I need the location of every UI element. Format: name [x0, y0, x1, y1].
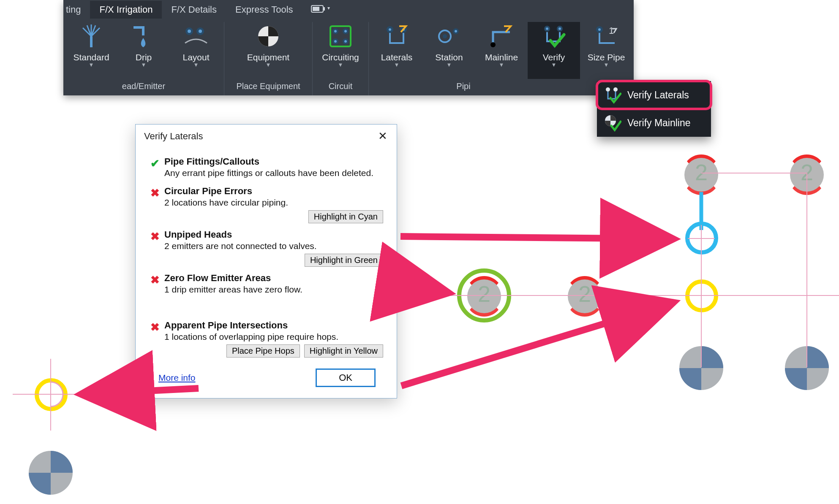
svg-point-7 [188, 30, 191, 33]
highlight-green-button[interactable]: Highlight in Green [305, 254, 383, 267]
head-node: 2 [678, 149, 725, 196]
panel-label-circuit: Circuit [329, 79, 353, 95]
ribbon-btn-label: Station [435, 52, 463, 62]
ribbon-btn-label: Size Pipe [588, 52, 625, 62]
ribbon-btn-circuiting[interactable]: Circuiting ▼ [314, 22, 367, 79]
yellow-highlight-ring [685, 279, 718, 312]
svg-text:1: 1 [609, 25, 614, 36]
svg-point-32 [558, 27, 561, 30]
flyout-verify-mainline[interactable]: Verify Mainline [597, 109, 711, 137]
error-icon: ✖ [146, 273, 164, 295]
ribbon-btn-standard[interactable]: Standard ▼ [65, 22, 117, 79]
valve-symbol [678, 344, 725, 392]
svg-point-30 [546, 27, 548, 30]
svg-line-59 [400, 236, 674, 239]
ribbon-btn-label: Equipment [247, 52, 289, 62]
chevron-down-icon: ▼ [394, 62, 400, 68]
section-heading-circular: Circular Pipe Errors [164, 186, 387, 197]
chevron-down-icon: ▼ [141, 62, 147, 68]
dialog-title-text: Verify Laterals [144, 131, 203, 142]
ribbon-btn-label: Layout [183, 52, 209, 62]
battery-icon: ▾ [308, 3, 333, 16]
chevron-down-icon: ▼ [266, 62, 271, 68]
ribbon-tabs: ting F/X Irrigation F/X Details Express … [63, 0, 634, 19]
section-heading-unpiped: Unpiped Heads [164, 229, 387, 240]
section-heading-zeroflow: Zero Flow Emitter Areas [164, 273, 387, 284]
verify-flyout: Verify Laterals Verify Mainline [597, 81, 711, 137]
highlight-yellow-button[interactable]: Highlight in Yellow [304, 344, 383, 358]
place-pipe-hops-button[interactable]: Place Pipe Hops [226, 344, 300, 358]
flyout-label: Verify Laterals [627, 89, 689, 101]
ribbon-btn-equipment[interactable]: Equipment ▼ [226, 22, 311, 79]
ok-button[interactable]: OK [316, 369, 376, 387]
svg-point-9 [199, 30, 202, 33]
svg-point-36 [606, 87, 610, 92]
dialog-close-button[interactable]: ✕ [376, 130, 390, 143]
valve-symbol [27, 449, 74, 496]
verify-mainline-icon [604, 114, 621, 132]
svg-rect-5 [142, 26, 144, 35]
size-pipe-icon: 1 [594, 24, 619, 49]
ribbon-btn-label: Drip [136, 52, 152, 62]
chevron-down-icon: ▼ [604, 62, 609, 68]
panel-label-head-emitter: ead/Emitter [122, 79, 165, 95]
ribbon-panel-piping: Laterals ▼ Station ▼ [369, 22, 634, 95]
head-label: 2 [678, 149, 725, 196]
dialog-titlebar: Verify Laterals ✕ [136, 125, 397, 148]
ribbon-btn-layout[interactable]: Layout ▼ [170, 22, 222, 79]
svg-rect-1 [324, 7, 325, 11]
section-heading-intersections: Apparent Pipe Intersections [164, 320, 387, 331]
station-icon [436, 24, 462, 49]
svg-point-17 [334, 40, 337, 43]
panel-label-equipment: Place Equipment [236, 79, 300, 95]
svg-point-28 [490, 42, 496, 47]
section-text-circular: 2 locations have circular piping. [164, 198, 387, 208]
verify-laterals-dialog: Verify Laterals ✕ ✔ Pipe Fittings/Callou… [135, 124, 397, 398]
ribbon-btn-drip[interactable]: Drip ▼ [117, 22, 170, 79]
svg-point-15 [344, 30, 347, 33]
section-text-zeroflow: 1 drip emitter areas have zero flow. [164, 285, 387, 295]
equipment-icon [256, 24, 281, 49]
ribbon-panel-equipment: Equipment ▼ Place Equipment [224, 22, 313, 95]
svg-point-27 [455, 30, 457, 33]
ribbon-tab-fx-irrigation[interactable]: F/X Irrigation [90, 1, 162, 19]
svg-line-61 [401, 302, 674, 386]
ribbon-btn-label: Standard [73, 52, 109, 62]
more-info-link[interactable]: More info [158, 373, 196, 383]
ribbon-tab-express-tools[interactable]: Express Tools [226, 1, 302, 19]
error-icon: ✖ [146, 186, 164, 223]
circuiting-icon [328, 24, 353, 49]
check-icon: ✔ [146, 156, 164, 178]
ribbon-btn-laterals[interactable]: Laterals ▼ [370, 22, 423, 79]
chevron-down-icon: ▼ [193, 62, 199, 68]
head-label: 2 [783, 149, 831, 196]
ribbon-btn-station[interactable]: Station ▼ [423, 22, 475, 79]
svg-point-13 [334, 30, 337, 33]
ribbon-btn-verify[interactable]: Verify ▼ [528, 22, 580, 79]
chevron-down-icon: ▼ [89, 62, 94, 68]
ribbon-btn-label: Verify [543, 52, 565, 62]
green-highlight-ring [457, 268, 511, 322]
ribbon-btn-size-pipe[interactable]: 1 Size Pipe ▼ [580, 22, 632, 79]
section-text-unpiped: 2 emitters are not connected to valves. [164, 241, 387, 251]
laterals-icon [384, 24, 409, 49]
valve-symbol [783, 344, 831, 392]
sprinkler-icon [79, 24, 104, 49]
chevron-down-icon: ▼ [447, 62, 452, 68]
ribbon-btn-mainline[interactable]: Mainline ▼ [475, 22, 528, 79]
verify-laterals-icon [604, 86, 621, 104]
drip-icon [131, 24, 156, 49]
ribbon-btn-label: Mainline [485, 52, 518, 62]
mainline-icon [489, 24, 514, 49]
flyout-verify-laterals[interactable]: Verify Laterals [597, 81, 711, 109]
svg-rect-2 [313, 7, 319, 11]
svg-point-19 [344, 40, 347, 43]
ribbon-tab-fx-details[interactable]: F/X Details [162, 1, 226, 19]
flyout-label: Verify Mainline [627, 117, 691, 129]
head-label: 2 [561, 270, 608, 317]
svg-rect-3 [90, 36, 93, 47]
panel-label-piping: Pipi [456, 79, 546, 95]
ribbon-tab-partial[interactable]: ting [63, 1, 90, 19]
highlight-cyan-button[interactable]: Highlight in Cyan [308, 210, 383, 223]
layout-icon [183, 24, 209, 49]
